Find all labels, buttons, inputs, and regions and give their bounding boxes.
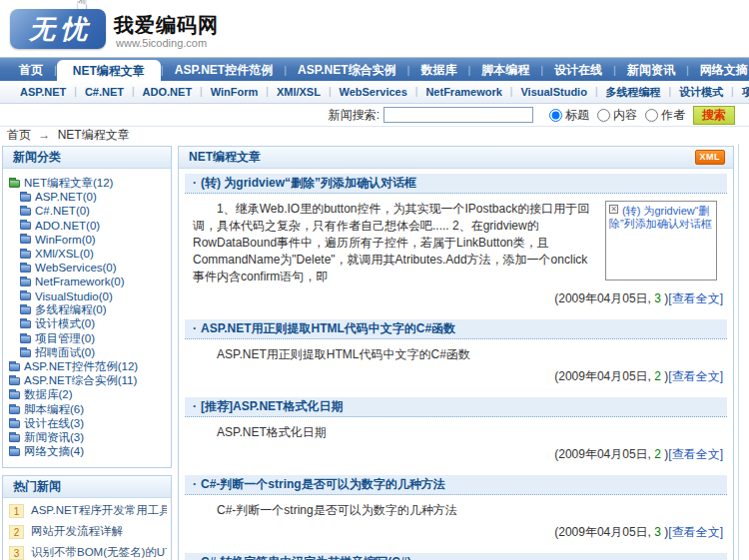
folder-icon [20,208,31,216]
articles-panel-header: NET编程文章 XML [179,147,733,169]
article-title-text: (转) 为gridview“删除”列添加确认对话框 [201,176,416,190]
hot-news-item[interactable]: 2网站开发流程详解 [9,525,167,539]
read-full-link[interactable]: 查看全文 [672,291,720,305]
category-item[interactable]: ADO.NET(0) [9,219,167,233]
read-full-wrap: [查看全文] [668,525,723,539]
search-button[interactable]: 搜索 [693,106,735,125]
bullet-icon: · [193,477,197,491]
article-meta: (2009年04月05日, 2 )[查看全文] [179,443,733,470]
category-label: ASP.NET(0) [35,191,97,203]
search-type-radio-1[interactable] [597,109,610,122]
rank-badge: 1 [9,504,24,518]
nav-item-4[interactable]: 数据库 [409,58,467,81]
article-title[interactable]: ·C#-转换字符串中汉字为其拼音缩写(C#) [185,553,727,560]
article-thumbnail[interactable]: ✕(转) 为gridview“删除”列添加确认对话框 [605,201,717,280]
nav-item-0[interactable]: 首页 [8,58,54,81]
category-item[interactable]: 新闻资讯(3) [9,430,167,444]
subnav-item-8[interactable]: 多线程编程 [597,81,668,103]
article-title[interactable]: ·C#-判断一个string是否可以为数字的几种方法 [185,475,727,495]
nav-item-1[interactable]: NET编程文章 [57,60,161,81]
article-title[interactable]: ·(转) 为gridview“删除”列添加确认对话框 [185,174,727,194]
subnav-item-6[interactable]: NetFramework [417,81,509,103]
folder-icon [9,420,20,428]
subnav-item-3[interactable]: WinForm [203,81,267,103]
folder-icon [9,363,20,371]
subnav-item-7[interactable]: VisualStudio [512,81,594,103]
category-item[interactable]: WebServices(0) [9,261,167,275]
category-item[interactable]: ASP.NET综合实例(11) [9,374,167,388]
nav-item-6[interactable]: 设计在线 [543,58,613,81]
article-title-text: [推荐]ASP.NET格式化日期 [201,399,343,413]
broken-image-icon: ✕ [609,205,618,214]
folder-icon [9,377,20,385]
categories-panel: 新闻分类 NET编程文章(12)ASP.NET(0)C#.NET(0)ADO.N… [2,146,172,468]
hot-news-item[interactable]: 3识别不带BOM(无签名)的UTF... [9,546,167,560]
nav-item-7[interactable]: 新闻资讯 [616,58,686,81]
folder-icon [9,448,20,456]
category-item[interactable]: XMl/XSL(0) [9,247,167,261]
hot-news-item[interactable]: 1ASP.NET程序开发常用工具 [9,504,167,518]
category-item[interactable]: 设计模式(0) [9,317,167,331]
category-item[interactable]: 设计在线(3) [9,416,167,430]
subnav-item-4[interactable]: XMl/XSL [269,81,329,103]
category-item[interactable]: NET编程文章(12) [9,176,167,190]
category-label: C#.NET(0) [35,205,90,217]
read-full-link[interactable]: 查看全文 [672,447,720,461]
breadcrumb: 首页 → NET编程文章 [0,127,749,144]
category-item[interactable]: NetFramework(0) [9,275,167,288]
page: ☝ 无忧 我爱编码网 www.5icoding.com 首页|NET编程文章|A… [0,0,749,560]
category-item[interactable]: C#.NET(0) [9,204,167,218]
rank-badge: 3 [9,546,24,560]
category-label: WinForm(0) [35,234,96,246]
folder-icon [20,194,31,202]
subnav-item-1[interactable]: C#.NET [77,81,132,103]
breadcrumb-home-link[interactable]: 首页 [7,128,31,142]
subnav-item-0[interactable]: ASP.NET [12,81,74,103]
category-item[interactable]: 招聘面试(0) [9,345,167,359]
category-label: 设计在线(3) [24,416,84,430]
folder-icon [9,406,20,414]
site-url: www.5icoding.com [116,37,207,49]
subnav-item-9[interactable]: 设计模式 [671,81,731,103]
folder-icon [20,265,31,273]
search-input[interactable] [383,107,533,123]
search-type-radio-2[interactable] [645,109,658,122]
read-full-link[interactable]: 查看全文 [672,369,720,383]
subnav-item-5[interactable]: WebServices [332,81,415,103]
article-summary: C#-判断一个string是否可以为数字的几种方法 [179,495,733,521]
bullet-icon: · [193,321,197,335]
article-meta: (2009年04月05日, 3 )[查看全文] [179,287,733,314]
read-full-link[interactable]: 查看全文 [672,525,720,539]
article-title[interactable]: ·[推荐]ASP.NET格式化日期 [185,397,727,417]
category-item[interactable]: 多线程编程(0) [9,303,167,317]
subnav-item-10[interactable]: 项目管理 [734,81,749,103]
category-item[interactable]: 项目管理(0) [9,331,167,345]
article-summary: ASP.NET用正则提取HTML代码中文字的C#函数 [179,339,733,365]
category-item[interactable]: ASP.NET(0) [9,190,167,204]
nav-item-5[interactable]: 脚本编程 [470,58,540,81]
folder-icon [20,306,31,314]
nav-item-8[interactable]: 网络文摘 [689,58,749,81]
folder-icon [9,180,20,188]
article-summary: ✕(转) 为gridview“删除”列添加确认对话框1、继承Web.IO里的bu… [179,194,733,287]
nav-item-2[interactable]: ASP.NET控件范例 [164,58,284,81]
xml-feed-badge[interactable]: XML [695,150,726,165]
folder-icon [20,251,31,259]
site-logo[interactable]: 无忧 [10,9,106,49]
breadcrumb-arrow-icon: → [38,128,50,142]
article-title-text: ASP.NET用正则提取HTML代码中文字的C#函数 [201,321,455,335]
category-item[interactable]: 网络文摘(4) [9,445,167,459]
hot-news-panel-title: 热门新闻 [3,476,171,498]
category-item[interactable]: 数据库(2) [9,388,167,402]
article-title[interactable]: ·ASP.NET用正则提取HTML代码中文字的C#函数 [185,319,727,339]
search-type-radio-0[interactable] [549,109,562,122]
folder-icon [20,236,31,244]
category-item[interactable]: ASP.NET控件范例(12) [9,359,167,373]
category-label: 多线程编程(0) [35,303,107,317]
subnav-item-2[interactable]: ADO.NET [135,81,201,103]
folder-icon [20,222,31,230]
category-item[interactable]: VisualStudio(0) [9,289,167,303]
category-item[interactable]: WinForm(0) [9,233,167,247]
category-item[interactable]: 脚本编程(6) [9,402,167,416]
nav-item-3[interactable]: ASP.NET综合实例 [287,58,406,81]
